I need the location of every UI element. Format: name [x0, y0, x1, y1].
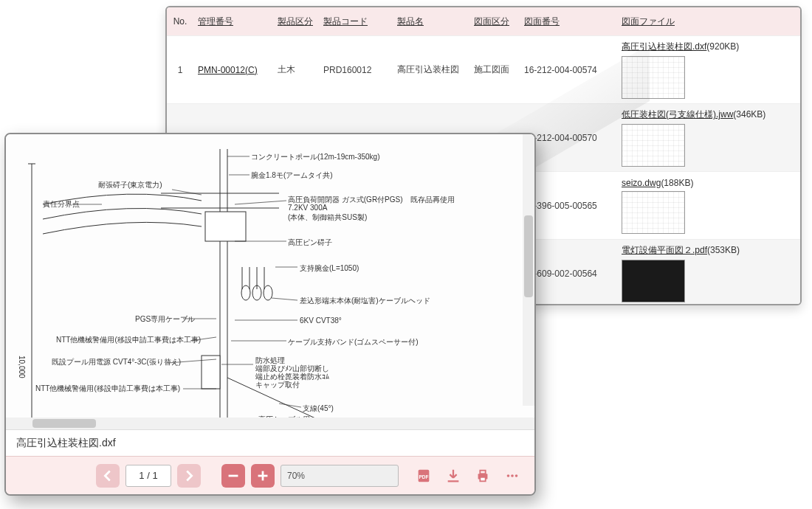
- svg-text:PDF: PDF: [419, 474, 429, 479]
- file-thumbnail[interactable]: [622, 56, 685, 99]
- file-link[interactable]: 電灯設備平面図２.pdf: [622, 245, 707, 255]
- col-dwg-file[interactable]: 図面ファイル: [617, 15, 800, 28]
- zoom-select[interactable]: 70%: [281, 465, 399, 487]
- more-horizontal-icon: [504, 468, 520, 484]
- mgmt-no-link[interactable]: PMN-00012(C): [198, 65, 258, 75]
- dwg-label: 支線(45°): [303, 404, 334, 414]
- minus-icon: [225, 468, 241, 484]
- dwg-label: (本体、制御箱共SUS製): [288, 212, 367, 223]
- drawing-viewer-panel: 10,000 責任分界点 耐張碍子(東京電力) PGS専用ケーブル NTT他機械…: [4, 133, 536, 496]
- next-page-button[interactable]: [177, 464, 201, 488]
- dwg-label: 支持腕金(L=1050): [300, 263, 359, 274]
- dwg-label: 腕金1.8モ(アームタイ共): [251, 170, 333, 181]
- drawing-canvas[interactable]: 10,000 責任分界点 耐張碍子(東京電力) PGS専用ケーブル NTT他機械…: [6, 134, 534, 418]
- export-pdf-button[interactable]: PDF: [412, 464, 436, 488]
- cell-dwg-file: 低圧装柱図(弓支線仕様).jww(346KB): [617, 104, 800, 171]
- zoom-out-button[interactable]: [221, 464, 245, 488]
- cell-dwg-no: 16-212-004-00574: [520, 62, 617, 78]
- dwg-label: PGS専用ケーブル: [135, 314, 195, 325]
- printer-icon: [475, 468, 491, 484]
- download-button[interactable]: [441, 464, 465, 488]
- cell-dwg-file: 電灯設備平面図２.pdf(353KB): [617, 240, 800, 305]
- svg-point-7: [264, 285, 272, 300]
- cell-dwg-file: seizo.dwg(188KB): [617, 173, 800, 238]
- zoom-in-button[interactable]: [251, 464, 275, 488]
- pdf-file-icon: PDF: [416, 468, 432, 484]
- dwg-label: 6KV CVT38°: [300, 316, 342, 325]
- dwg-label: 耐張碍子(東京電力): [98, 180, 162, 190]
- cell-prod-code: PRD160012: [319, 62, 393, 78]
- page-indicator[interactable]: 1 / 1: [125, 465, 171, 487]
- drawing-content: 10,000 責任分界点 耐張碍子(東京電力) PGS専用ケーブル NTT他機械…: [13, 134, 523, 418]
- svg-point-5: [241, 285, 250, 300]
- svg-rect-36: [480, 477, 485, 481]
- horizontal-scrollbar[interactable]: [6, 418, 534, 429]
- file-size: (188KB): [661, 178, 693, 188]
- file-link[interactable]: seizo.dwg: [622, 178, 661, 188]
- col-prod-code[interactable]: 製品コード: [319, 15, 393, 28]
- file-thumbnail[interactable]: [622, 191, 685, 234]
- svg-point-37: [507, 474, 510, 477]
- svg-rect-35: [480, 470, 485, 474]
- table-row: 1 PMN-00012(C) 土木 PRD160012 高圧引込装柱図 施工図面…: [167, 35, 800, 103]
- file-size: (353KB): [707, 245, 740, 255]
- col-dwg-no[interactable]: 図面番号: [520, 15, 617, 28]
- svg-rect-11: [202, 356, 220, 389]
- dwg-label: キャップ取付: [255, 380, 300, 390]
- svg-point-38: [511, 474, 514, 477]
- dwg-label: 既設プール用電源 CVT4°-3C(張り替え): [52, 357, 181, 367]
- dwg-label: 差込形端末本体(耐塩害)ケーブルヘッド: [300, 296, 430, 306]
- svg-rect-4: [205, 212, 246, 241]
- cell-dwg-file: 高圧引込柱装柱図.dxf(920KB): [617, 36, 800, 103]
- col-dwg-div[interactable]: 図面区分: [469, 15, 520, 28]
- chevron-right-icon: [181, 468, 197, 484]
- print-button[interactable]: [471, 464, 495, 488]
- chevron-left-icon: [100, 468, 116, 484]
- file-size: (920KB): [706, 41, 739, 52]
- viewer-filename-bar: 高圧引込柱装柱図.dxf: [6, 429, 534, 456]
- file-thumbnail[interactable]: [622, 124, 685, 167]
- dwg-label: ケーブル支持バンド(ゴムスペーサー付): [288, 337, 419, 347]
- dwg-label: 責任分界点: [43, 199, 80, 210]
- svg-point-39: [515, 474, 518, 477]
- dwg-label: 7.2KV 300A: [288, 204, 327, 212]
- file-size: (346KB): [733, 109, 765, 120]
- svg-line-14: [235, 201, 286, 204]
- page-total: 1: [152, 470, 157, 481]
- download-icon: [445, 468, 461, 484]
- page-current: 1: [139, 470, 144, 481]
- zoom-value: 70%: [287, 471, 305, 481]
- svg-line-23: [172, 190, 202, 195]
- plus-icon: [255, 468, 271, 484]
- col-no[interactable]: No.: [167, 16, 193, 27]
- dwg-label: NTT他機械警備用(移設申請工事費は本工事): [35, 384, 180, 394]
- viewer-toolbar: 1 / 1 70% PDF: [6, 456, 534, 494]
- more-button[interactable]: [500, 464, 524, 488]
- col-prod-div[interactable]: 製品区分: [273, 15, 319, 28]
- viewer-filename: 高圧引込柱装柱図.dxf: [16, 437, 116, 450]
- table-header: No. 管理番号 製品区分 製品コード 製品名 図面区分 図面番号 図面ファイル: [167, 7, 800, 35]
- cell-mgmt-no: PMN-00012(C): [193, 62, 273, 78]
- cell-prod-name: 高圧引込装柱図: [393, 60, 469, 79]
- cell-no: 1: [167, 62, 193, 78]
- dwg-label: 高圧ピン碍子: [288, 238, 332, 248]
- cell-prod-div: 土木: [273, 60, 319, 79]
- dwg-label: コンクリートポール(12m-19cm-350kg): [251, 152, 379, 162]
- svg-line-17: [272, 298, 297, 300]
- file-thumbnail[interactable]: [622, 260, 685, 302]
- file-link[interactable]: 低圧装柱図(弓支線仕様).jww: [622, 109, 733, 120]
- col-prod-name[interactable]: 製品名: [393, 15, 469, 28]
- col-mgmt-no[interactable]: 管理番号: [193, 15, 273, 28]
- dwg-label: NTT他機械警備用(移設申請工事費は本工事): [56, 335, 201, 345]
- file-link[interactable]: 高圧引込柱装柱図.dxf: [622, 41, 706, 52]
- dim-label: 10,000: [18, 356, 26, 378]
- prev-page-button[interactable]: [96, 464, 120, 488]
- cell-dwg-div: 施工図面: [469, 60, 520, 79]
- vertical-scrollbar[interactable]: [523, 134, 534, 406]
